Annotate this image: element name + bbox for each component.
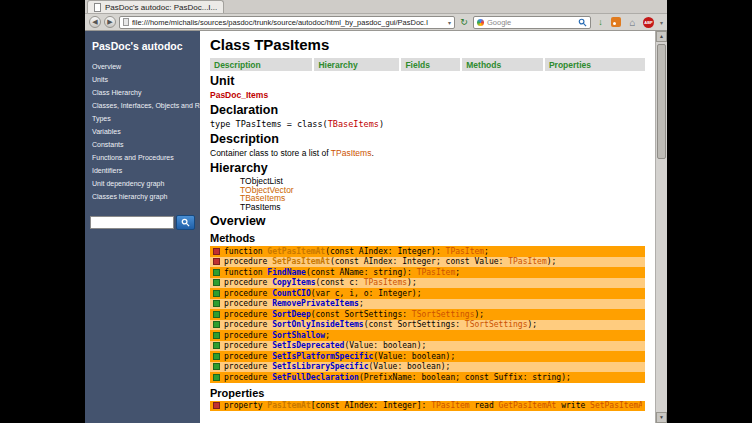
tab-title: PasDoc's autodoc: PasDoc...I... xyxy=(105,3,217,12)
sidebar-nav: OverviewUnitsClass HierarchyClasses, Int… xyxy=(85,60,200,203)
chevron-down-icon[interactable]: ▾ xyxy=(448,19,451,26)
sidebar-item[interactable]: Unit dependency graph xyxy=(85,177,200,190)
member-row: procedure SetIsLibrarySpecific(Value: bo… xyxy=(210,362,645,373)
class-nav-link[interactable]: Description xyxy=(214,60,261,70)
code-link[interactable]: TBaseItems xyxy=(328,119,379,129)
sidebar-item[interactable]: Constants xyxy=(85,138,200,151)
screen: PasDoc's autodoc: PasDoc...I... ◀ ▶ file… xyxy=(0,0,752,423)
class-nav-link[interactable]: Methods xyxy=(466,60,501,70)
sidebar-search xyxy=(90,215,195,230)
tab-bar: PasDoc's autodoc: PasDoc...I... xyxy=(85,0,667,14)
code-link[interactable]: TSortSettings xyxy=(465,320,528,329)
sidebar-item[interactable]: Types xyxy=(85,112,200,125)
visibility-green-icon xyxy=(213,374,220,381)
search-placeholder[interactable]: Google xyxy=(487,18,578,27)
code-link[interactable]: RemovePrivateItems xyxy=(272,299,359,308)
hierarchy-link[interactable]: TObjectVector xyxy=(240,186,645,195)
class-nav-cell: Description xyxy=(210,58,314,71)
class-nav-link[interactable]: Hierarchy xyxy=(318,60,357,70)
code-text: procedure xyxy=(224,320,272,329)
scroll-up-button[interactable]: ▲ xyxy=(656,31,667,42)
adblock-chevron-down-icon[interactable]: ▾ xyxy=(660,19,663,26)
sidebar-item[interactable]: Classes hierarchy graph xyxy=(85,190,200,203)
unit-link[interactable]: PasDoc_Items xyxy=(210,90,268,100)
code-link[interactable]: TPasItems xyxy=(364,278,407,287)
search-input[interactable] xyxy=(90,216,174,229)
google-engine-icon[interactable] xyxy=(477,19,484,26)
code-link[interactable]: SortDeep xyxy=(272,310,311,319)
sidebar-item[interactable]: Variables xyxy=(85,125,200,138)
scrollbar-thumb[interactable] xyxy=(657,44,666,159)
code-text: procedure xyxy=(224,257,272,266)
member-row: procedure CopyItems(const c: TPasItems); xyxy=(210,278,645,289)
unit-heading: Unit xyxy=(210,75,645,88)
url-bar[interactable]: file:///home/michalis/sources/pasdoc/tru… xyxy=(119,16,455,29)
code-link[interactable]: SetPasItemAt xyxy=(590,401,642,410)
sidebar-item[interactable]: Identifiers xyxy=(85,164,200,177)
url-text[interactable]: file:///home/michalis/sources/pasdoc/tru… xyxy=(132,18,446,27)
sidebar-item[interactable]: Functions and Procedures xyxy=(85,151,200,164)
code-link[interactable]: SetIsDeprecated xyxy=(272,341,344,350)
member-declaration: procedure SortDeep(const SortSettings: T… xyxy=(224,310,484,319)
code-link[interactable]: GetPasItemAt xyxy=(267,247,325,256)
back-button[interactable]: ◀ xyxy=(89,16,101,28)
forward-button[interactable]: ▶ xyxy=(104,16,116,28)
reload-button[interactable]: ↻ xyxy=(458,17,470,27)
sidebar-item[interactable]: Class Hierarchy xyxy=(85,86,200,99)
class-nav-link[interactable]: Fields xyxy=(405,60,430,70)
member-row: function GetPasItemAt(const AIndex: Inte… xyxy=(210,246,645,257)
magnifier-icon[interactable] xyxy=(578,18,587,27)
description-text: Container class to store a list of TPasI… xyxy=(210,148,645,158)
code-link[interactable]: TPasItems xyxy=(331,148,372,158)
code-link[interactable]: TSortSettings xyxy=(412,310,475,319)
adblock-button[interactable]: ABP xyxy=(642,16,655,29)
scrollbar[interactable]: ▲ ▼ xyxy=(655,31,667,423)
code-link[interactable]: TPasItem xyxy=(431,401,470,410)
member-row: procedure SetFullDeclaration(PrefixName:… xyxy=(210,372,645,383)
browser-tab[interactable]: PasDoc's autodoc: PasDoc...I... xyxy=(87,0,224,13)
code-text: procedure xyxy=(224,331,272,340)
hierarchy-list: TObjectListTObjectVectorTBaseItemsTPasIt… xyxy=(240,177,645,211)
sidebar-item[interactable]: Classes, Interfaces, Objects and Records xyxy=(85,99,200,112)
code-link[interactable]: SortOnlyInsideItems xyxy=(272,320,364,329)
search-button[interactable] xyxy=(176,215,195,230)
declaration-heading: Declaration xyxy=(210,104,645,117)
code-link[interactable]: TPasItem xyxy=(508,257,547,266)
sidebar-item[interactable]: Overview xyxy=(85,60,200,73)
code-link[interactable]: GetPasItemAt xyxy=(499,401,557,410)
class-nav-link[interactable]: Properties xyxy=(549,60,591,70)
home-button[interactable]: ⌂ xyxy=(626,16,639,29)
code-text: ); xyxy=(407,278,417,287)
code-link[interactable]: FindName xyxy=(267,268,306,277)
code-text: (const SortSettings: xyxy=(364,320,465,329)
visibility-green-icon xyxy=(213,290,220,297)
member-declaration: procedure SetIsDeprecated(Value: boolean… xyxy=(224,341,426,350)
code-link[interactable]: TPasItem xyxy=(446,247,485,256)
properties-table: property PasItemAt[const AIndex: Integer… xyxy=(210,401,645,412)
scroll-down-button[interactable]: ▼ xyxy=(656,412,667,423)
code-link[interactable]: SetIsPlatformSpecific xyxy=(272,352,373,361)
overview-heading: Overview xyxy=(210,215,645,228)
sidebar-item[interactable]: Units xyxy=(85,73,200,86)
code-text: (const AIndex: Integer; const Value: xyxy=(330,257,508,266)
rss-button[interactable] xyxy=(610,16,623,29)
member-declaration: procedure SetIsPlatformSpecific(Value: b… xyxy=(224,352,455,361)
code-link[interactable]: SortShallow xyxy=(272,331,325,340)
class-nav-bar: DescriptionHierarchyFieldsMethodsPropert… xyxy=(210,58,645,71)
code-text: function xyxy=(224,268,267,277)
code-link[interactable]: TPasItem xyxy=(417,268,456,277)
code-link[interactable]: SetPasItemAt xyxy=(272,257,330,266)
download-button[interactable]: ↓ xyxy=(594,16,607,29)
code-link[interactable]: CountCIO xyxy=(272,289,311,298)
member-row: procedure SortDeep(const SortSettings: T… xyxy=(210,309,645,320)
code-text: ; xyxy=(484,247,489,256)
sidebar-title: PasDoc's autodoc xyxy=(85,36,200,60)
code-link[interactable]: SetIsLibrarySpecific xyxy=(272,362,368,371)
code-text: ); xyxy=(474,310,484,319)
code-link[interactable]: PasItemAt xyxy=(267,401,310,410)
code-link[interactable]: CopyItems xyxy=(272,278,315,287)
visibility-green-icon xyxy=(213,363,220,370)
code-link[interactable]: SetFullDeclaration xyxy=(272,373,359,382)
hierarchy-link[interactable]: TBaseItems xyxy=(240,194,645,203)
search-box[interactable]: Google xyxy=(473,16,591,29)
